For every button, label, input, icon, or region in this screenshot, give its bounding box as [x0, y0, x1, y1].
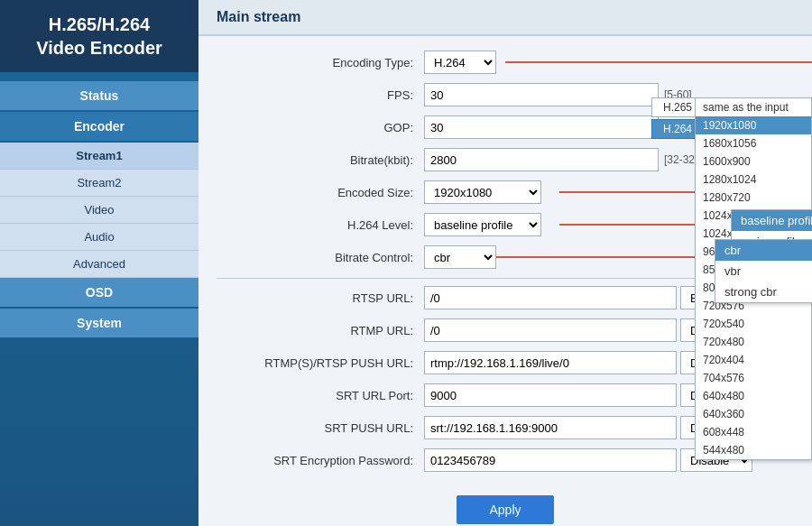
encoded-size-label: Encoded Size:	[217, 186, 424, 199]
resolution-item-1680[interactable]: 1680x1056	[696, 134, 811, 152]
encoded-size-select[interactable]: 1920x1080	[424, 180, 541, 204]
logo-text: H.265/H.264Video Encoder	[14, 13, 184, 60]
resolution-item-1600[interactable]: 1600x900	[696, 152, 811, 171]
resolution-item-1280x720[interactable]: 1280x720	[696, 189, 811, 207]
sidebar-section-system[interactable]: System	[0, 309, 198, 337]
resolution-item-720x540[interactable]: 720x540	[696, 315, 811, 333]
srt-enc-input[interactable]	[424, 448, 677, 472]
resolution-item-720x480[interactable]: 720x480	[696, 333, 811, 351]
resolution-item-1920[interactable]: 1920x1080	[696, 116, 811, 134]
rtsp-url-input[interactable]	[424, 286, 677, 309]
resolution-item-640x480[interactable]: 640x480	[696, 387, 811, 405]
sidebar-logo: H.265/H.264Video Encoder	[0, 0, 198, 72]
main-content: Main stream Encoding Type: H.264 H.265 F…	[198, 0, 812, 526]
srt-push-label: SRT PUSH URL:	[217, 421, 424, 435]
sidebar-nav: Status Encoder Stream1 Stream2 Video Aud…	[0, 81, 198, 339]
resolution-item-608x448[interactable]: 608x448	[696, 423, 811, 441]
sidebar-item-stream2[interactable]: Stream2	[0, 170, 198, 197]
sidebar-section-status[interactable]: Status	[0, 81, 198, 110]
h264-level-select[interactable]: baseline profile main profile high profi…	[424, 213, 541, 236]
encoding-type-label: Encoding Type:	[217, 56, 424, 69]
gop-label: GOP:	[217, 121, 424, 134]
gop-input[interactable]	[424, 115, 659, 139]
sidebar: H.265/H.264Video Encoder Status Encoder …	[0, 0, 198, 526]
sidebar-item-video[interactable]: Video	[0, 197, 198, 224]
resolution-item-720x404[interactable]: 720x404	[696, 351, 811, 369]
srt-enc-label: SRT Encryption Password:	[217, 454, 424, 467]
h264-level-label: H.264 Level:	[217, 218, 424, 232]
bitrate-control-dropdown: cbr vbr strong cbr	[715, 239, 812, 303]
page-title: Main stream	[198, 0, 812, 36]
bitrate-input[interactable]	[424, 148, 659, 171]
rtmps-url-input[interactable]	[424, 351, 677, 374]
sidebar-item-advanced[interactable]: Advanced	[0, 251, 198, 278]
rtmps-url-label: RTMP(S)/RTSP PUSH URL:	[217, 356, 424, 370]
sidebar-item-stream1[interactable]: Stream1	[0, 143, 198, 170]
resolution-item-544x480[interactable]: 544x480	[696, 441, 811, 459]
resolution-item-704x576[interactable]: 704x576	[696, 369, 811, 387]
arrow-encoding	[505, 55, 812, 69]
resolution-item-1280x1024[interactable]: 1280x1024	[696, 171, 811, 189]
srt-port-input[interactable]	[424, 383, 677, 407]
apply-section: Apply	[217, 481, 794, 526]
fps-label: FPS:	[217, 88, 424, 102]
bitrate-label: Bitrate(kbit):	[217, 153, 424, 167]
resolution-item-same[interactable]: same as the input	[696, 98, 811, 116]
resolution-item-640x360[interactable]: 640x360	[696, 405, 811, 423]
rtmp-url-label: RTMP URL:	[217, 324, 424, 337]
profile-baseline[interactable]: baseline profile	[732, 210, 812, 231]
bitrate-control-label: Bitrate Control:	[217, 251, 424, 264]
form-area: Encoding Type: H.264 H.265 FPS: [5-60] G…	[198, 36, 812, 526]
strong-cbr-option[interactable]: strong cbr	[715, 281, 812, 302]
bitrate-control-select[interactable]: cbr vbr strong cbr	[424, 245, 496, 269]
cbr-option[interactable]: cbr	[715, 240, 812, 261]
encoding-type-select[interactable]: H.264 H.265	[424, 51, 496, 74]
apply-button[interactable]: Apply	[457, 495, 553, 524]
sidebar-section-osd[interactable]: OSD	[0, 278, 198, 307]
rtmp-url-input[interactable]	[424, 318, 677, 342]
encoding-type-row: Encoding Type: H.264 H.265	[217, 51, 794, 74]
srt-port-label: SRT URL Port:	[217, 389, 424, 402]
srt-push-input[interactable]	[424, 416, 677, 439]
vbr-option[interactable]: vbr	[715, 261, 812, 281]
rtsp-url-label: RTSP URL:	[217, 291, 424, 305]
fps-input[interactable]	[424, 83, 659, 106]
sidebar-item-audio[interactable]: Audio	[0, 224, 198, 251]
sidebar-section-encoder[interactable]: Encoder	[0, 112, 198, 141]
